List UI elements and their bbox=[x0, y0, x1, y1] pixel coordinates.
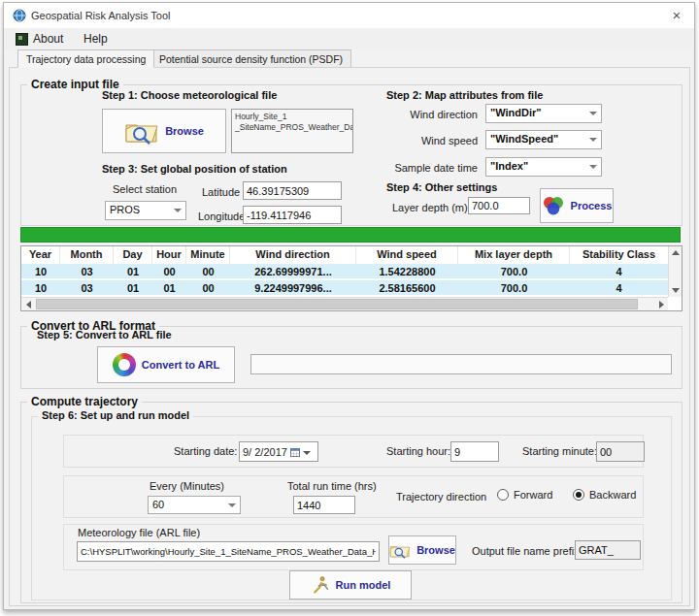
layer-depth-input[interactable] bbox=[468, 197, 530, 214]
chevron-down-icon bbox=[589, 138, 597, 142]
table-row[interactable]: 10 03 01 00 00 262.69999971... 1.5422880… bbox=[21, 264, 668, 279]
sample-datetime-select[interactable]: "Index" bbox=[485, 157, 602, 177]
folder-search-icon bbox=[389, 542, 411, 559]
backward-label: Backward bbox=[589, 489, 636, 501]
total-run-time-label: Total run time (hrs) bbox=[287, 480, 377, 492]
folder-search-icon bbox=[124, 118, 159, 145]
step3-title: Step 3: Set global position of station bbox=[102, 163, 287, 175]
selected-file-line2: _SiteName_PROS_Weather_Data.csv bbox=[235, 122, 350, 133]
tab-psdf[interactable]: Potential source density function (PSDF) bbox=[150, 49, 351, 68]
cell: 700.0 bbox=[458, 280, 570, 295]
app-icon bbox=[13, 9, 26, 22]
group-convert-arl: Convert to ARL format Step 5: Convert to… bbox=[20, 326, 682, 389]
start-time-panel: Starting date: 9/ 2/2017 Starting hour: … bbox=[63, 435, 644, 468]
cell: 1.54228800 bbox=[356, 264, 458, 278]
run-model-label: Run model bbox=[336, 579, 391, 591]
cell: 03 bbox=[60, 264, 114, 278]
close-button[interactable]: × bbox=[663, 5, 690, 26]
cell: 01 bbox=[114, 264, 152, 278]
met-file-panel: Meteorology file (ARL file) Browse Outpu… bbox=[63, 524, 644, 570]
convert-to-arl-button[interactable]: Convert to ARL bbox=[97, 346, 235, 383]
station-select[interactable]: PROS bbox=[105, 201, 186, 220]
wind-direction-value: "WindDir" bbox=[490, 107, 542, 118]
cell: 262.69999971... bbox=[230, 264, 356, 278]
col-mix-layer-depth: Mix layer depth bbox=[458, 246, 570, 264]
weather-data-table[interactable]: Year Month Day Hour Minute Wind directio… bbox=[20, 245, 682, 311]
table-header-row: Year Month Day Hour Minute Wind directio… bbox=[21, 246, 668, 264]
cell: 4 bbox=[570, 264, 668, 278]
app-window: Geospatial Risk Analysis Tool × About He… bbox=[3, 2, 695, 610]
step2-title: Step 2: Map attributes from file bbox=[386, 89, 543, 101]
latitude-label: Latitude bbox=[202, 186, 240, 198]
every-minutes-select[interactable]: 60 bbox=[148, 496, 241, 514]
forward-label: Forward bbox=[514, 489, 552, 501]
tab-trajectory-data-processing[interactable]: Trajectory data processing bbox=[17, 49, 154, 68]
step4-title: Step 4: Other settings bbox=[386, 181, 497, 193]
starting-minute-input[interactable] bbox=[596, 441, 645, 462]
longitude-input[interactable] bbox=[243, 206, 342, 224]
cell: 700.0 bbox=[458, 264, 570, 278]
wind-speed-label: Wind speed bbox=[386, 135, 478, 146]
total-run-time-input[interactable] bbox=[293, 496, 355, 514]
chevron-down-icon bbox=[228, 503, 236, 507]
group-compute-trajectory: Compute trajectory Step 6: Set up and ru… bbox=[20, 402, 682, 603]
chevron-down-icon bbox=[589, 112, 597, 115]
menu-help[interactable]: Help bbox=[83, 32, 108, 46]
starting-date-label: Starting date: bbox=[174, 445, 237, 457]
step1-title: Step 1: Choose meteorological file bbox=[102, 89, 277, 101]
group-create-input-file: Create input file Step 1: Choose meteoro… bbox=[20, 84, 682, 226]
scroll-right-icon[interactable] bbox=[654, 298, 668, 310]
vertical-scrollbar[interactable] bbox=[668, 246, 682, 297]
col-wind-direction: Wind direction bbox=[230, 246, 356, 264]
chevron-down-icon bbox=[174, 209, 182, 212]
run-settings-panel: Every (Minutes) 60 Total run time (hrs) … bbox=[63, 475, 644, 518]
processing-progress-bar bbox=[20, 227, 681, 243]
station-value: PROS bbox=[110, 204, 140, 215]
cell: 10 bbox=[21, 264, 60, 278]
scrollbar-thumb[interactable] bbox=[36, 299, 638, 309]
every-minutes-label: Every (Minutes) bbox=[150, 480, 224, 492]
step6-groupbox: Step 6: Set up and run model Starting da… bbox=[31, 416, 672, 600]
starting-date-picker[interactable]: 9/ 2/2017 bbox=[239, 441, 318, 462]
wind-direction-select[interactable]: "WindDir" bbox=[485, 104, 602, 123]
table-row[interactable]: 10 03 01 01 00 9.2249997996... 2.5816560… bbox=[21, 280, 668, 296]
menu-bar: About Help bbox=[4, 28, 694, 49]
about-menu-icon bbox=[16, 33, 28, 46]
radio-forward[interactable]: Forward bbox=[497, 489, 552, 501]
sample-datetime-label: Sample date time bbox=[367, 162, 478, 174]
cell: 2.58165600 bbox=[356, 280, 458, 295]
browse-arl-button[interactable]: Browse bbox=[388, 535, 456, 565]
starting-hour-input[interactable] bbox=[450, 441, 499, 462]
browse-met-file-button[interactable]: Browse bbox=[102, 109, 226, 153]
scroll-down-icon[interactable] bbox=[669, 284, 682, 297]
wind-speed-select[interactable]: "WindSpeed" bbox=[485, 130, 602, 149]
horizontal-scrollbar[interactable] bbox=[21, 297, 668, 310]
latitude-input[interactable] bbox=[243, 181, 342, 200]
cell: 4 bbox=[570, 280, 668, 295]
scroll-left-icon[interactable] bbox=[21, 298, 35, 310]
runner-icon bbox=[311, 575, 330, 595]
col-day: Day bbox=[114, 246, 152, 264]
rgb-circles-icon bbox=[542, 195, 565, 216]
title-bar: Geospatial Risk Analysis Tool × bbox=[4, 3, 694, 28]
process-button[interactable]: Process bbox=[540, 188, 614, 223]
menu-about[interactable]: About bbox=[33, 32, 63, 46]
cell: 00 bbox=[186, 280, 230, 295]
starting-minute-label: Starting minute: bbox=[522, 445, 597, 457]
color-ring-icon bbox=[113, 353, 136, 376]
scroll-up-icon[interactable] bbox=[669, 246, 682, 259]
radio-backward[interactable]: Backward bbox=[573, 489, 636, 501]
met-file-input[interactable] bbox=[77, 541, 380, 562]
run-model-button[interactable]: Run model bbox=[289, 570, 412, 600]
browse-arl-label: Browse bbox=[416, 544, 455, 556]
output-prefix-label: Output file name prefix bbox=[472, 545, 580, 557]
cell: 01 bbox=[152, 280, 186, 295]
col-stability-class: Stability Class bbox=[570, 246, 668, 264]
selected-file-panel: Hourly_Site_1 _SiteName_PROS_Weather_Dat… bbox=[231, 109, 353, 153]
starting-date-value: 9/ 2/2017 bbox=[243, 446, 287, 458]
cell: 10 bbox=[21, 280, 60, 295]
chevron-down-icon bbox=[589, 165, 597, 169]
output-prefix-input[interactable] bbox=[575, 540, 641, 560]
layer-depth-label: Layer depth (m) bbox=[392, 202, 468, 213]
step5-title: Step 5: Convert to ARL file bbox=[37, 329, 172, 340]
